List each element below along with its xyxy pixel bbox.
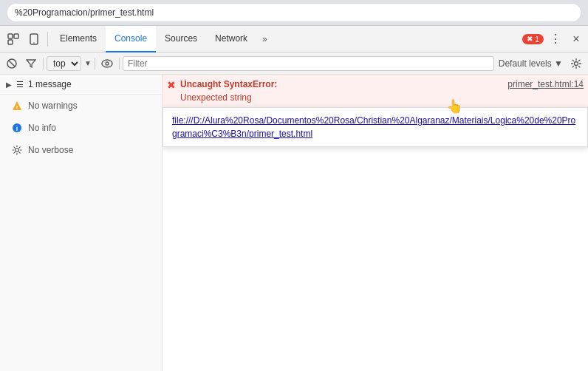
tab-console[interactable]: Console [106,26,156,52]
filter-input[interactable] [123,56,494,71]
svg-point-4 [33,42,35,44]
error-icon: ✖ [167,79,176,91]
url-tooltip-text: file:///D:/Alura%20Rosa/Documentos%20Ros… [172,115,575,139]
error-source-link[interactable]: primer_test.html:14 [507,79,584,89]
console-main: ✖ Uncaught SyntaxError: Unexpected strin… [163,75,588,371]
svg-line-6 [9,61,15,67]
context-select[interactable]: top [47,56,81,71]
devtools-close-button[interactable]: × [567,30,585,48]
message-row[interactable]: ▶ ☰ 1 message [0,75,162,95]
browser-bar: %20Programacion/primer_test.html [0,0,588,25]
tab-sources[interactable]: Sources [156,26,206,52]
browser-url-bar[interactable]: %20Programacion/primer_test.html [7,4,581,21]
filter-verbose-label: No verbose [28,145,73,155]
info-icon: i [12,123,22,133]
eye-button[interactable] [98,55,116,72]
console-content: ▶ ☰ 1 message ! No warnings i No in [0,75,588,371]
toolbar-divider-2 [95,58,95,69]
error-badge[interactable]: ✖ 1 [522,34,544,44]
expand-arrow: ▶ [6,81,12,89]
svg-rect-2 [8,40,13,44]
toolbar-divider-1 [43,58,44,69]
filter-verbose[interactable]: No verbose [0,139,162,161]
url-tooltip[interactable]: file:///D:/Alura%20Rosa/Documentos%20Ros… [163,107,588,147]
filter-warnings-label: No warnings [28,101,78,111]
devtools-tab-bar: Elements Console Sources Network » ✖ 1 ⋮… [0,26,588,52]
svg-text:!: ! [16,104,18,111]
console-toolbar: top ▼ Default levels ▼ [0,52,588,75]
error-text: Uncaught SyntaxError: Unexpected string [180,78,507,104]
filter-warnings[interactable]: ! No warnings [0,95,162,117]
devtools-panel: Elements Console Sources Network » ✖ 1 ⋮… [0,25,588,371]
tab-divider-1 [47,32,48,47]
tab-network[interactable]: Network [206,26,256,52]
error-badge-count: 1 [535,35,539,44]
console-sidebar: ▶ ☰ 1 message ! No warnings i No in [0,75,163,371]
list-icon: ☰ [16,80,24,89]
url-text: %20Programacion/primer_test.html [15,7,154,18]
filter-button[interactable] [22,55,40,72]
default-levels-button[interactable]: Default levels ▼ [496,58,566,69]
warning-icon: ! [12,101,22,111]
message-count-label: 1 message [28,79,72,89]
filter-info-label: No info [28,123,56,133]
tab-more[interactable]: » [256,26,273,52]
filter-info[interactable]: i No info [0,117,162,139]
error-badge-icon: ✖ [527,35,533,43]
svg-point-8 [106,62,109,65]
svg-point-14 [16,149,19,152]
svg-rect-1 [14,34,18,38]
context-arrow: ▼ [84,59,92,67]
svg-point-9 [575,61,578,65]
svg-point-7 [102,60,112,67]
settings-gear-button[interactable] [567,55,585,72]
clear-console-button[interactable] [3,55,21,72]
error-line[interactable]: ✖ Uncaught SyntaxError: Unexpected strin… [163,75,588,108]
svg-text:i: i [16,125,18,132]
devtools-menu-button[interactable]: ⋮ [547,30,564,48]
toolbar-divider-3 [119,58,120,69]
svg-rect-0 [8,34,13,38]
verbose-icon [12,145,22,155]
inspect-element-icon[interactable] [3,29,24,50]
devtools-tab-right: ✖ 1 ⋮ × [522,30,585,48]
tab-elements[interactable]: Elements [51,26,106,52]
mobile-icon[interactable] [24,29,44,50]
